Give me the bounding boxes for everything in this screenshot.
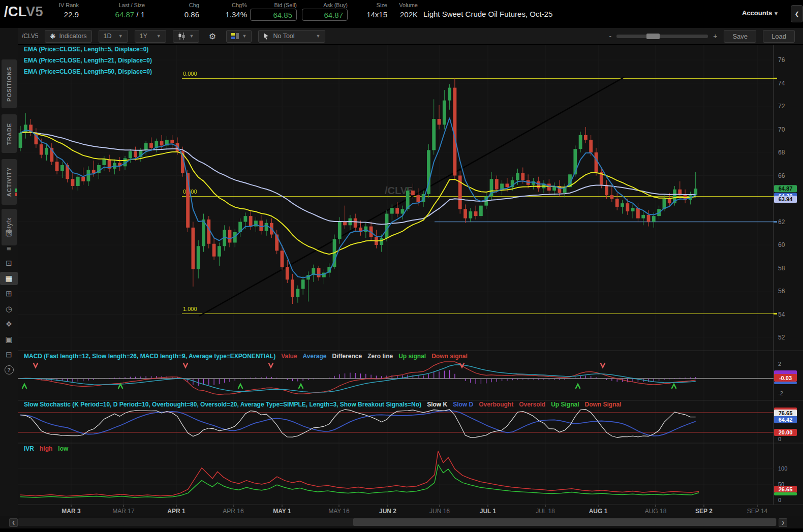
chevron-down-icon: ▼ bbox=[242, 34, 247, 39]
macd-up-signal bbox=[299, 384, 303, 388]
candle-body bbox=[411, 191, 415, 195]
date-axis-label: JUN 16 bbox=[429, 508, 450, 515]
scroll-right-button[interactable]: ❯ bbox=[779, 518, 787, 527]
date-axis-label: JUL 18 bbox=[536, 508, 555, 515]
grid-icon[interactable]: ⊞ bbox=[0, 287, 18, 300]
zoom-in-button[interactable]: + bbox=[713, 32, 717, 40]
app-window: /CLV5 IV Rank 22.9 Last / Size 64.87 / 1… bbox=[0, 0, 803, 532]
compare-grid-icon bbox=[231, 33, 239, 40]
bid-button[interactable]: 64.85 bbox=[250, 9, 297, 21]
candle-body bbox=[291, 279, 294, 297]
candle-body bbox=[317, 268, 321, 277]
ivr-high-badge-text: 26.65 bbox=[779, 486, 793, 492]
candle-body bbox=[521, 173, 524, 180]
ema-study-labels: EMA (Price=CLOSE, Length=5, Displace=0)E… bbox=[24, 46, 152, 79]
chg-field: Chg 0.86 bbox=[169, 0, 199, 28]
chevron-down-icon: ▾ bbox=[775, 10, 778, 16]
last-size-field: Last / Size 64.87 / 1 bbox=[97, 0, 145, 28]
macd-value-badge-text: -0.03 bbox=[779, 375, 792, 381]
save-button[interactable]: Save bbox=[724, 30, 756, 43]
sidebar-tab-positions[interactable]: POSITIONS bbox=[2, 59, 17, 108]
candle-body bbox=[605, 185, 608, 195]
layout-dropdown[interactable]: ▼ bbox=[226, 30, 252, 43]
ivr-high-line bbox=[20, 451, 699, 496]
scrollbar-track[interactable] bbox=[18, 518, 777, 526]
macd-study-label: MACD (Fast length=12, Slow length=26, MA… bbox=[24, 353, 473, 360]
chevron-left-icon: ❮ bbox=[12, 520, 15, 525]
last-size-value: 64.87 / 1 bbox=[97, 10, 145, 19]
chart-area: 525456586062646668707274760.0000.5001.00… bbox=[18, 45, 803, 516]
chart-style-dropdown[interactable]: ▼ bbox=[173, 30, 199, 43]
candle-body bbox=[197, 246, 200, 269]
size-field: Size 14x15 bbox=[355, 0, 387, 28]
price-axis-label: 54 bbox=[778, 311, 785, 318]
zoom-slider[interactable] bbox=[616, 35, 708, 38]
stoch-slow-d-line bbox=[20, 411, 696, 436]
scroll-left-button[interactable]: ❮ bbox=[9, 518, 18, 527]
candle-body bbox=[244, 216, 248, 222]
ivr-study-label: IVRhighlow bbox=[24, 445, 74, 452]
date-axis-label: JUN 2 bbox=[379, 508, 396, 515]
iv-rank-label: IV Rank bbox=[48, 2, 79, 8]
macd-label-item-4: Up signal bbox=[398, 353, 426, 360]
zoom-slider-thumb[interactable] bbox=[646, 34, 660, 39]
watchlist-icon[interactable]: ▤ bbox=[0, 226, 18, 239]
date-axis-label: SEP 2 bbox=[695, 508, 713, 515]
timeframe-dropdown[interactable]: 1D▼ bbox=[99, 30, 128, 43]
zoom-out-button[interactable]: - bbox=[609, 32, 612, 40]
date-axis-label: SEP 14 bbox=[747, 508, 768, 515]
candle-body bbox=[60, 165, 64, 171]
price-axis-label: 56 bbox=[778, 288, 785, 295]
candle-body bbox=[395, 208, 399, 213]
screener-icon[interactable]: ⊡ bbox=[0, 257, 18, 270]
list-icon[interactable]: ≡ bbox=[0, 241, 18, 255]
candle-body bbox=[144, 143, 148, 150]
candle-body bbox=[170, 140, 174, 143]
chart-icon[interactable]: ▦ bbox=[0, 272, 18, 285]
macd-label-item-5: Down signal bbox=[431, 353, 468, 360]
candle-body bbox=[448, 88, 451, 101]
chart-toolbar: /CLV5 ❋ Indicators 1D▼ 1Y▼ ▼ ⚙ bbox=[18, 28, 803, 45]
help-icon[interactable]: ? bbox=[0, 363, 18, 377]
candle-body bbox=[615, 199, 619, 207]
chart-plot[interactable]: 525456586062646668707274760.0000.5001.00… bbox=[18, 45, 803, 516]
ivr-label-item-1: low bbox=[58, 445, 68, 452]
indicators-button[interactable]: ❋ Indicators bbox=[45, 30, 91, 43]
candle-body bbox=[584, 135, 588, 140]
sidebar-tab-activity[interactable]: ACTIVITY bbox=[2, 159, 17, 205]
load-button[interactable]: Load bbox=[763, 30, 795, 43]
ivr-low-line bbox=[20, 465, 699, 497]
ask-button[interactable]: 64.87 bbox=[302, 9, 348, 21]
package-icon[interactable]: ▣ bbox=[0, 333, 18, 346]
macd-up-signal bbox=[576, 384, 580, 388]
range-dropdown[interactable]: 1Y▼ bbox=[135, 30, 166, 43]
candle-body bbox=[443, 101, 446, 125]
last-size-label: Last / Size bbox=[97, 2, 145, 8]
date-axis-label: APR 16 bbox=[223, 508, 244, 515]
candle-body bbox=[516, 173, 519, 180]
stoch-label-item-3: Oversold bbox=[519, 401, 545, 408]
traders-icon[interactable]: ❖ bbox=[0, 318, 18, 331]
macd-up-signal bbox=[672, 384, 676, 388]
candle-body bbox=[296, 289, 300, 297]
sidebar-tab-trade[interactable]: TRADE bbox=[2, 114, 17, 153]
history-icon[interactable]: ◷ bbox=[0, 302, 18, 316]
accounts-menu[interactable]: Accounts▾ bbox=[742, 9, 778, 17]
candle-body bbox=[652, 216, 656, 222]
chart-settings-button[interactable]: ⚙ bbox=[206, 30, 220, 43]
macd-average-badge bbox=[774, 382, 797, 384]
ivr-axis-label: 0 bbox=[778, 497, 781, 503]
candle-body bbox=[129, 151, 132, 159]
stoch-label-item-2: Overbought bbox=[479, 401, 513, 408]
collapse-panel-button[interactable]: ❮ bbox=[791, 5, 803, 22]
ivr-label-title: IVR bbox=[24, 445, 34, 452]
candlestick-icon bbox=[178, 33, 186, 40]
futures-icon[interactable]: ⊟ bbox=[0, 348, 18, 361]
chevron-right-icon: ❯ bbox=[781, 520, 785, 525]
stoch-label-item-1: Slow D bbox=[453, 401, 473, 408]
scrollbar-thumb[interactable] bbox=[353, 518, 776, 526]
price-axis-label: 74 bbox=[778, 80, 785, 87]
candle-body bbox=[537, 181, 540, 189]
macd-axis-label: 2 bbox=[778, 361, 781, 367]
drawing-tool-dropdown[interactable]: No Tool ▼ bbox=[258, 30, 325, 43]
